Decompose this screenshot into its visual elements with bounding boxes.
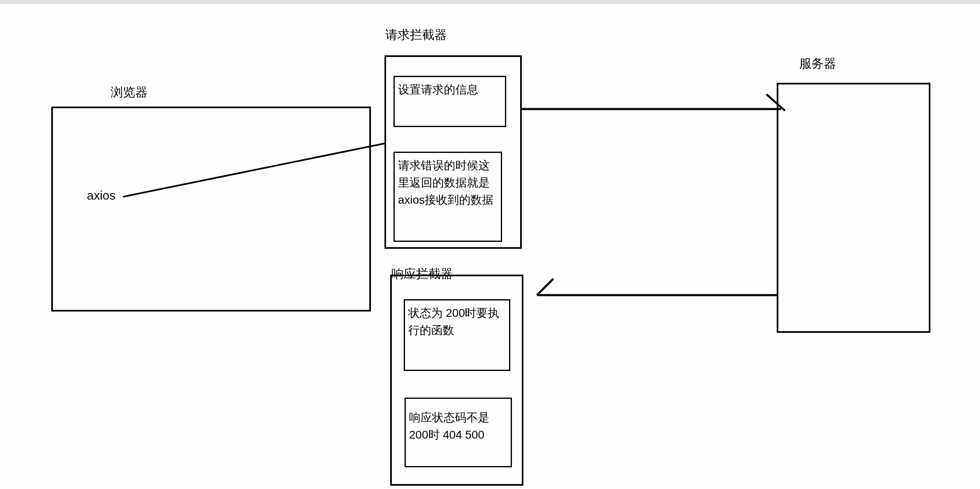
diagram-canvas: 浏览器 axios 请求拦截器 设置请求的信息 请求错误的时候这里返回的数据就是…: [0, 4, 980, 489]
server-to-response-arrow: [0, 4, 980, 489]
svg-line-4: [537, 279, 553, 295]
top-bar: [0, 0, 980, 4]
